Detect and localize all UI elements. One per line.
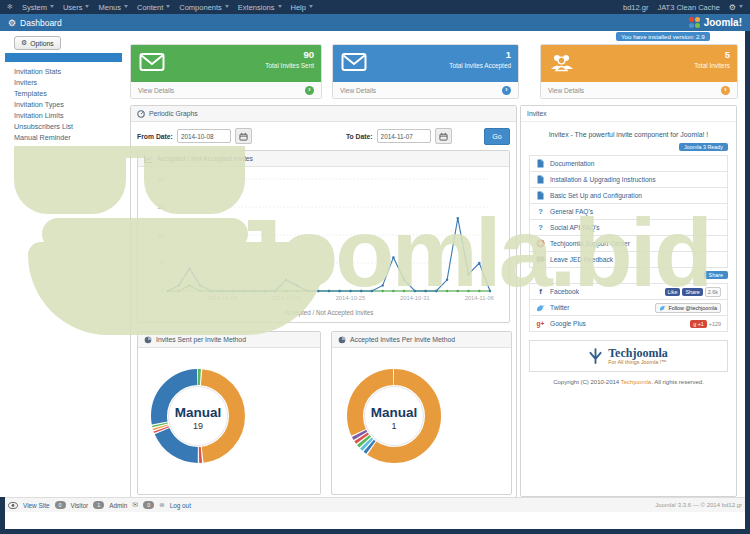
svg-text:20: 20	[157, 176, 164, 182]
site-name-link[interactable]: bd12.gr	[623, 3, 648, 12]
card-value: 1	[506, 49, 511, 60]
to-date-label: To Date:	[346, 133, 373, 140]
sidebar-active-item[interactable]	[5, 53, 122, 62]
link-basic-setup[interactable]: Basic Set Up and Configuration	[529, 187, 728, 204]
logout-link[interactable]: Log out	[170, 502, 191, 509]
svg-text:10: 10	[157, 232, 164, 238]
google-plus-one-button[interactable]: g +1	[690, 320, 707, 328]
frame-bottom-left	[0, 497, 5, 534]
periodic-graphs-panel: Periodic Graphs From Date: To Date: Go A…	[130, 105, 517, 498]
link-installation[interactable]: Installation & Upgrading Instructions	[529, 171, 728, 188]
link-support-center[interactable]: Techjoomla Support Center	[529, 235, 728, 252]
top-badge[interactable]: Joomla 3 Ready	[679, 143, 728, 151]
page-title: Dashboard	[20, 18, 62, 28]
users-icon	[549, 52, 575, 72]
sidebar-item-unsubscribers-list[interactable]: Unsubscribers List	[14, 121, 122, 132]
invites-sent-donut-chart: Manual19	[138, 348, 320, 472]
feedback-icon	[536, 256, 545, 264]
stat-card-inviters: 5 Total Inviters View Details ›	[540, 44, 738, 99]
invites-sent-donut-title: Invites Sent per Invite Method	[156, 336, 246, 343]
google-plus-label: Google Plus	[550, 320, 586, 327]
messages-icon[interactable]: ✉	[132, 501, 138, 509]
twitter-icon	[536, 304, 545, 312]
visitor-count-badge: 0	[55, 501, 66, 509]
user-settings-menu[interactable]: ⚙	[729, 3, 743, 12]
view-details-link[interactable]: View Details ›	[541, 82, 737, 98]
dashboard-icon: ⚙	[8, 18, 16, 28]
svg-text:Manual: Manual	[371, 405, 418, 420]
menu-components[interactable]: Components	[179, 3, 229, 12]
line-chart-header: Accepted / Not Accepted Invites	[138, 151, 509, 167]
sidebar-item-inviters[interactable]: Inviters	[14, 77, 122, 88]
accepted-invites-donut-chart: Manual1	[332, 348, 511, 472]
support-icon	[536, 239, 545, 248]
calendar-button[interactable]	[235, 128, 252, 144]
options-button[interactable]: ⚙ Options	[14, 36, 61, 50]
sidebar-item-templates[interactable]: Templates	[14, 88, 122, 99]
accepted-invites-donut-title: Accepted Invites Per Invite Method	[350, 336, 455, 343]
card-label: Total Invites Sent	[265, 62, 314, 69]
joomla-logo-icon	[689, 17, 700, 28]
link-label: Documentation	[550, 160, 594, 167]
sidebar-menu: Invitation Stats Inviters Templates Invi…	[5, 62, 122, 143]
view-details-link[interactable]: View Details ›	[131, 82, 321, 98]
sidebar-item-invitation-limits[interactable]: Invitation Limits	[14, 110, 122, 121]
link-jed-feedback[interactable]: Leave JED Feedback	[529, 251, 728, 268]
view-details-link[interactable]: View Details ›	[333, 82, 518, 98]
admin-label: Admin	[109, 502, 127, 509]
sidebar-item-manual-reminder[interactable]: Manual Reminder	[14, 132, 122, 143]
link-label: Basic Set Up and Configuration	[550, 192, 642, 199]
envelope-icon	[341, 52, 367, 72]
techjoomla-logo-icon	[589, 348, 602, 365]
link-social-api-faq[interactable]: ? Social API FAQ's	[529, 219, 728, 236]
techjoomla-brand-tagline: For All things Joomla !™	[608, 359, 668, 365]
sidebar-item-invitation-stats[interactable]: Invitation Stats	[14, 66, 122, 77]
google-plus-row: g+ Google Plus g +1 +129	[529, 315, 728, 332]
document-icon	[536, 191, 545, 200]
view-details-label: View Details	[138, 87, 174, 94]
twitter-follow-button[interactable]: Follow @techjoomla	[655, 303, 721, 313]
clean-cache-link[interactable]: JAT3 Clean Cache	[657, 3, 719, 12]
svg-text:2014-10-13: 2014-10-13	[207, 295, 237, 301]
calendar-icon	[239, 132, 248, 141]
menu-content[interactable]: Content	[137, 3, 170, 12]
google-plus-count: +129	[709, 321, 721, 327]
line-chart-icon	[144, 155, 153, 163]
options-label: Options	[30, 40, 53, 47]
copyright-line: Copyright (C) 2010-2014 Techjoomla. All …	[521, 379, 736, 385]
share-badge[interactable]: Share	[704, 271, 728, 279]
menu-system[interactable]: System	[22, 3, 54, 12]
link-documentation[interactable]: Documentation	[529, 155, 728, 172]
admin-count-badge: 1	[93, 501, 104, 509]
view-site-link[interactable]: View Site	[23, 502, 50, 509]
facebook-share-button[interactable]: Share	[682, 288, 702, 296]
power-icon: ⊗	[159, 501, 164, 509]
menu-help[interactable]: Help	[291, 3, 313, 12]
facebook-like-button[interactable]: Like	[665, 288, 681, 296]
techjoomla-brand-box[interactable]: Techjoomla For All things Joomla !™	[529, 340, 728, 372]
go-button[interactable]: Go	[484, 128, 510, 145]
card-label: Total Inviters	[694, 62, 730, 69]
pie-chart-icon	[338, 336, 346, 344]
techjoomla-link[interactable]: Techjoomla	[621, 379, 651, 385]
calendar-button[interactable]	[435, 128, 452, 144]
menu-menus[interactable]: Menus	[98, 3, 128, 12]
menu-users[interactable]: Users	[63, 3, 90, 12]
version-badge: You have installed version: 2.9	[616, 32, 710, 41]
facebook-row: f Facebook Like Share 2.6k	[529, 283, 728, 300]
invitex-header: Invitex	[521, 106, 736, 122]
to-date-input[interactable]	[377, 129, 431, 143]
glasses-left-lens	[14, 146, 126, 214]
link-general-faq[interactable]: ? General FAQ's	[529, 203, 728, 220]
circle-arrow-icon: ›	[502, 86, 511, 95]
from-date-input[interactable]	[177, 129, 231, 143]
menu-extensions[interactable]: Extensions	[238, 3, 282, 12]
component-titlebar: ⚙ Dashboard Joomla!	[0, 14, 750, 31]
accepted-invites-donut-panel: Accepted Invites Per Invite Method Manua…	[331, 331, 512, 495]
invites-sent-donut-panel: Invites Sent per Invite Method Manual19	[137, 331, 321, 495]
svg-text:Manual: Manual	[175, 405, 222, 420]
document-icon	[536, 159, 545, 168]
svg-text:2014-10-19: 2014-10-19	[271, 295, 301, 301]
sidebar-item-invitation-types[interactable]: Invitation Types	[14, 99, 122, 110]
message-count-badge: 0	[143, 501, 154, 509]
